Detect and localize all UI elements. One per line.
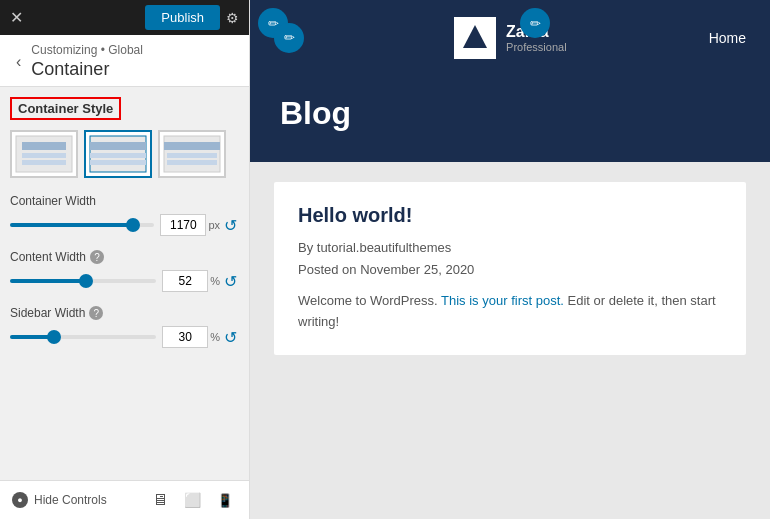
preview-content: Hello world! By tutorial.beautifulthemes…	[250, 162, 770, 375]
sidebar-width-track[interactable]	[10, 335, 156, 339]
sidebar-width-slider-row: % ↺	[10, 326, 239, 348]
preview-nav: ✏ Zakra Professional Home	[250, 0, 770, 75]
blog-author: By tutorial.beautifulthemes	[298, 237, 722, 259]
container-width-slider-row: px ↺	[10, 214, 239, 236]
desktop-device-btn[interactable]: 🖥	[148, 489, 172, 511]
blog-card: Hello world! By tutorial.beautifulthemes…	[274, 182, 746, 355]
back-button[interactable]: ‹	[12, 51, 25, 73]
container-width-control: Container Width px ↺	[10, 194, 239, 236]
breadcrumb-content: Customizing • Global Container	[31, 43, 143, 80]
hide-controls-label: Hide Controls	[34, 493, 107, 507]
style-option-wide[interactable]	[158, 130, 226, 178]
sidebar-width-input[interactable]	[162, 326, 208, 348]
content-width-unit: %	[210, 275, 220, 287]
breadcrumb-area: ‹ Customizing • Global Container	[0, 35, 249, 87]
edit-pencil-topcenter[interactable]: ✏	[520, 8, 550, 38]
svg-rect-7	[90, 160, 146, 165]
tablet-device-btn[interactable]: ⬜	[180, 489, 205, 511]
sidebar-width-control: Sidebar Width ? % ↺	[10, 306, 239, 348]
content-width-reset[interactable]: ↺	[222, 272, 239, 291]
breadcrumb-trail: Customizing • Global	[31, 43, 143, 57]
content-width-input-wrap: % ↺	[162, 270, 239, 292]
style-option-fullwidth[interactable]	[84, 130, 152, 178]
mobile-device-btn[interactable]: 📱	[213, 489, 237, 511]
content-width-slider-row: % ↺	[10, 270, 239, 292]
hide-controls-circle: ●	[12, 492, 28, 508]
preview-hero: Blog	[250, 75, 770, 162]
logo-sub: Professional	[506, 41, 567, 53]
container-width-input[interactable]	[160, 214, 206, 236]
content-width-track[interactable]	[10, 279, 156, 283]
svg-rect-2	[22, 153, 66, 158]
sidebar-width-help[interactable]: ?	[89, 306, 103, 320]
bottom-bar: ● Hide Controls 🖥 ⬜ 📱	[0, 480, 249, 519]
blog-card-title: Hello world!	[298, 204, 722, 227]
publish-area: Publish ⚙	[145, 5, 239, 30]
svg-rect-11	[167, 160, 217, 165]
style-options	[10, 130, 239, 178]
logo-icon	[454, 17, 496, 59]
container-width-input-wrap: px ↺	[160, 214, 239, 236]
top-bar: ✕ Publish ⚙	[0, 0, 249, 35]
panel-content: Container Style	[0, 87, 249, 480]
content-width-input[interactable]	[162, 270, 208, 292]
blog-posted: Posted on November 25, 2020	[298, 259, 722, 281]
sidebar-width-label: Sidebar Width ?	[10, 306, 239, 320]
svg-rect-3	[22, 160, 66, 165]
svg-rect-5	[90, 142, 146, 150]
container-width-unit: px	[208, 219, 220, 231]
container-width-label: Container Width	[10, 194, 239, 208]
container-width-fill	[10, 223, 133, 227]
publish-button[interactable]: Publish	[145, 5, 220, 30]
gear-button[interactable]: ⚙	[226, 10, 239, 26]
right-preview: ✏ ✏ ✏ Zakra Professional Home Blog Hello…	[250, 0, 770, 519]
page-title: Container	[31, 59, 143, 80]
hide-controls[interactable]: ● Hide Controls	[12, 492, 107, 508]
svg-rect-9	[164, 142, 220, 150]
content-width-control: Content Width ? % ↺	[10, 250, 239, 292]
sidebar-width-input-wrap: % ↺	[162, 326, 239, 348]
sidebar-width-thumb[interactable]	[47, 330, 61, 344]
svg-rect-6	[90, 153, 146, 158]
container-width-thumb[interactable]	[126, 218, 140, 232]
blog-excerpt: Welcome to WordPress. This is your first…	[298, 291, 722, 333]
style-option-boxed[interactable]	[10, 130, 78, 178]
svg-rect-1	[22, 142, 66, 150]
container-width-reset[interactable]: ↺	[222, 216, 239, 235]
sidebar-width-reset[interactable]: ↺	[222, 328, 239, 347]
section-label: Container Style	[10, 97, 121, 120]
edit-pencil-nav[interactable]: ✏	[274, 23, 304, 53]
container-width-track[interactable]	[10, 223, 154, 227]
content-width-help[interactable]: ?	[90, 250, 104, 264]
content-width-fill	[10, 279, 86, 283]
svg-rect-10	[167, 153, 217, 158]
close-button[interactable]: ✕	[10, 8, 23, 27]
hero-title: Blog	[280, 95, 740, 132]
content-width-thumb[interactable]	[79, 274, 93, 288]
nav-home[interactable]: Home	[709, 30, 746, 46]
device-buttons: 🖥 ⬜ 📱	[148, 489, 237, 511]
left-panel: ✕ Publish ⚙ ‹ Customizing • Global Conta…	[0, 0, 250, 519]
blog-excerpt-link[interactable]: This is your first post.	[441, 293, 564, 308]
sidebar-width-unit: %	[210, 331, 220, 343]
content-width-label: Content Width ?	[10, 250, 239, 264]
